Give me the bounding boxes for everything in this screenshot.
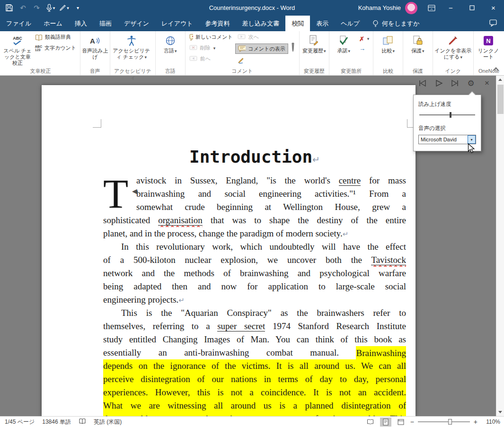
text-segment[interactable]: study entitled Changing Images of Man. Y…	[103, 334, 406, 344]
text-segment[interactable]: network and the methods of brainwashing …	[103, 268, 406, 278]
text-segment[interactable]: organisation	[158, 215, 203, 226]
tab-review[interactable]: 校閲	[285, 16, 310, 31]
spelling-grammar-button[interactable]: ABC スペル チェックと文章校正	[2, 32, 33, 68]
text-line[interactable]: perceive disintegration of our nations i…	[103, 373, 406, 386]
text-line[interactable]: the world economy by the governments of …	[103, 412, 406, 416]
previous-paragraph-button[interactable]	[416, 77, 430, 90]
document-heading[interactable]: Introduction↵	[103, 148, 406, 166]
ink-annotation-button[interactable]	[235, 55, 288, 66]
text-segment[interactable]: for mass	[361, 175, 406, 185]
text-segment[interactable]: Tavistock	[371, 255, 406, 265]
tab-layout[interactable]: レイアウト	[155, 16, 199, 31]
tab-view[interactable]: 表示	[310, 16, 335, 31]
scrollbar-thumb[interactable]	[497, 85, 504, 114]
read-aloud-settings-button[interactable]: ⚙	[464, 77, 478, 90]
proofing-status-button[interactable]	[79, 418, 86, 426]
tab-design[interactable]: デザイン	[118, 16, 155, 31]
language-button[interactable]: 言語▾	[157, 32, 184, 68]
protect-button[interactable]: 保護▾	[405, 32, 431, 68]
text-segment[interactable]: essentially an anti-brainwashing combat …	[103, 348, 356, 357]
print-layout-button[interactable]	[380, 418, 391, 427]
web-layout-button[interactable]	[395, 418, 407, 427]
text-segment[interactable]: avistock in Sussex, England, "is the wor…	[136, 175, 339, 185]
text-segment[interactable]: perceive disintegration of our nations i…	[103, 374, 406, 384]
close-button[interactable]: ×	[483, 0, 504, 16]
word-count-button[interactable]: ABC123 文字カウント	[33, 43, 79, 53]
text-line[interactable]: themselves, referring to a super secret …	[103, 320, 406, 333]
ribbon-display-options-button[interactable]	[423, 0, 440, 16]
accept-change-button[interactable]: 承諾▾	[331, 32, 357, 68]
undo-button[interactable]: ↶	[17, 1, 29, 14]
close-read-aloud-button[interactable]: ×	[480, 77, 494, 90]
tab-file[interactable]: ファイル	[0, 16, 37, 31]
text-segment[interactable]: What we are witnessing all around us is …	[103, 401, 406, 410]
voice-dropdown-button[interactable]: ▾	[468, 135, 476, 144]
text-line[interactable]: avistock in Sussex, England, "is the wor…	[136, 174, 406, 187]
text-segment[interactable]: somewhat crude beginning at Wellington H…	[136, 202, 406, 212]
text-line[interactable]: What we are witnessing all around us is …	[103, 399, 406, 412]
track-changes-button[interactable]: 変更履歴▾	[301, 32, 327, 68]
speed-slider[interactable]	[419, 112, 475, 118]
text-line[interactable]: engineering projects.↵	[103, 293, 406, 306]
text-line[interactable]: experiences. However, this is not a coin…	[103, 386, 406, 399]
text-line[interactable]: study entitled Changing Images of Man. Y…	[103, 333, 406, 346]
text-line[interactable]: In this revolutionary work, which undoub…	[103, 240, 406, 253]
tab-home[interactable]: ホーム	[37, 16, 69, 31]
zoom-level[interactable]: 110%	[481, 418, 500, 425]
language-indicator[interactable]: 英語 (米国)	[94, 418, 122, 426]
accessibility-check-button[interactable]: アクセシビリティ チェック▾	[112, 32, 151, 68]
text-line[interactable]: being adapted then and now for applicati…	[103, 280, 406, 293]
document-body[interactable]: Tavistock in Sussex, England, "is the wo…	[103, 174, 406, 416]
minimize-button[interactable]: −	[440, 0, 461, 16]
text-segment[interactable]: themselves, referring to a	[103, 321, 217, 331]
pen-button[interactable]	[290, 43, 296, 54]
pen-mode-button[interactable]: ▾	[58, 1, 71, 14]
scroll-up-button[interactable]	[496, 76, 504, 84]
tab-insert[interactable]: 挿入	[69, 16, 93, 31]
next-change-button[interactable]: →	[357, 44, 371, 53]
show-comments-button[interactable]: コメントの表示	[235, 44, 288, 54]
maximize-button[interactable]	[461, 0, 483, 16]
text-segment[interactable]: being adapted then and now for applicati…	[103, 281, 406, 291]
page[interactable]: Introduction↵ Tavistock in Sussex, Engla…	[42, 85, 416, 416]
text-segment[interactable]: In this revolutionary work, which undoub…	[121, 242, 406, 252]
scroll-down-button[interactable]	[496, 408, 504, 416]
read-mode-button[interactable]	[365, 418, 376, 427]
paragraph-mark[interactable]: ↵	[178, 296, 185, 305]
compare-button[interactable]: 比較▾	[375, 32, 401, 68]
save-button[interactable]	[3, 1, 16, 14]
zoom-in-button[interactable]: +	[474, 418, 477, 426]
text-segment[interactable]: that was to shape the destiny of the ent…	[203, 215, 406, 225]
collapse-ribbon-button[interactable]	[492, 66, 500, 73]
avatar[interactable]	[405, 2, 417, 14]
text-segment[interactable]: brainwashing and social engineering acti…	[136, 189, 406, 199]
hide-ink-button[interactable]: インクを非表示にする▾	[434, 32, 472, 68]
thesaurus-button[interactable]: 類義語辞典	[33, 32, 79, 43]
zoom-out-button[interactable]: −	[410, 418, 414, 426]
previous-comment-button[interactable]: 前へ	[187, 53, 235, 64]
zoom-slider-thumb[interactable]	[448, 419, 452, 425]
user-name[interactable]: Kohama Yoshie	[358, 4, 401, 11]
tab-mailings[interactable]: 差し込み文書	[236, 16, 286, 31]
tab-help[interactable]: ヘルプ	[335, 16, 366, 31]
text-segment[interactable]: sophisticated	[103, 215, 158, 225]
comments-panel-button[interactable]	[489, 19, 497, 28]
text-segment[interactable]: Brainwashing	[356, 346, 406, 359]
dictation-button[interactable]: ▾	[44, 1, 57, 14]
text-segment[interactable]: planet, and in the process, change the p…	[103, 228, 343, 238]
next-comment-button[interactable]: 次へ	[235, 32, 288, 43]
zoom-slider[interactable]	[418, 418, 470, 426]
text-line[interactable]: network and the methods of brainwashing …	[103, 267, 406, 280]
tell-me-search[interactable]: 何をしますか	[366, 16, 426, 31]
delete-comment-button[interactable]: 削除 ▾	[187, 43, 235, 53]
voice-select[interactable]: Microsoft David ▾	[418, 135, 476, 144]
text-segment[interactable]: engineering projects.	[103, 295, 178, 305]
text-segment[interactable]: This is the "Aquarian Conspiracy" as the…	[121, 308, 406, 318]
play-button[interactable]	[432, 77, 446, 90]
text-line[interactable]: depends on the ignorance of the victims.…	[103, 359, 406, 373]
text-line[interactable]: somewhat crude beginning at Wellington H…	[136, 200, 406, 214]
paragraph-mark[interactable]: ↵	[343, 230, 349, 238]
vertical-scrollbar[interactable]	[496, 76, 504, 416]
text-line[interactable]: sophisticated organisation that was to s…	[103, 214, 406, 227]
text-line[interactable]: of a 500-kiloton nuclear explosion, we u…	[103, 253, 406, 267]
